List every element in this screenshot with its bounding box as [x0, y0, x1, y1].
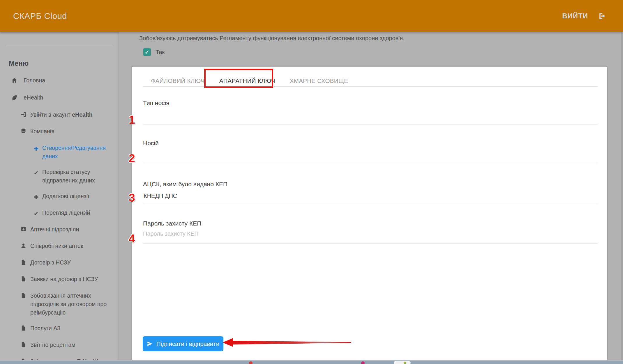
sidebar-item-label: Увійти в акаунт eHealth — [30, 111, 93, 119]
sidebar-item-label: Компанія — [30, 127, 54, 136]
sidebar-item-label: Заявки на договір з НСЗУ — [30, 275, 98, 283]
sidebar-item-additional-licenses[interactable]: ✚ Додаткові ліцензії — [0, 192, 119, 201]
acsk-select-value[interactable]: КНЕДП ДПС — [144, 193, 177, 199]
file-icon — [20, 276, 27, 284]
key-form-card: ФАЙЛОВИЙ КЛЮЧ АПАРАТНИЙ КЛЮЧ ХМАРНЕ СХОВ… — [132, 67, 607, 360]
sidebar-item-label: Аптечні підрозділи — [30, 225, 79, 234]
sidebar-item-label: Додаткові ліцензії — [42, 192, 89, 200]
sidebar-item-prescription-report[interactable]: Звіт по рецептам — [0, 341, 119, 350]
media-type-underline — [143, 124, 598, 125]
media-label: Носій — [143, 140, 159, 147]
check-icon: ✔ — [34, 169, 38, 177]
file-icon — [20, 292, 27, 301]
sidebar-item-label: Договір з НСЗУ — [30, 258, 71, 267]
sidebar: Меню Головна eHealth Увійти в акаунт eHe… — [0, 32, 119, 360]
consent-checkbox-label: Так — [156, 49, 165, 56]
file-icon — [20, 325, 27, 333]
acsk-label: АЦСК, яким було видано КЕП — [143, 181, 227, 188]
sidebar-item-prescription-report-ehealth[interactable]: Звіт по рецептам E-Health — [0, 357, 119, 360]
consent-checkbox[interactable] — [143, 48, 151, 56]
sidebar-item-label: Головна — [24, 76, 45, 85]
sign-and-send-button[interactable]: Підписати і відправити — [143, 336, 223, 351]
database-icon — [20, 128, 27, 136]
sidebar-item-reimbursement-obligations[interactable]: Зобов'язання аптечних підрозділів за дог… — [0, 292, 119, 317]
sidebar-item-label: Звіт по рецептам E-Health — [30, 357, 100, 360]
sidebar-item-create-edit-data[interactable]: ✚ Створення/Редагування даних — [0, 144, 119, 161]
consent-text: Зобов'язуюсь дотримуватись Регламенту фу… — [139, 35, 594, 42]
taskbar-edge — [0, 360, 623, 364]
media-select[interactable] — [143, 152, 598, 164]
tab-file-key[interactable]: ФАЙЛОВИЙ КЛЮЧ — [150, 77, 205, 84]
file-icon — [20, 342, 27, 350]
tab-cloud-storage[interactable]: ХМАРНЕ СХОВИЩЕ — [289, 77, 349, 84]
media-underline — [143, 163, 598, 163]
consent-checkbox-row: Так — [143, 48, 165, 56]
plus-square-icon — [20, 226, 27, 235]
sidebar-menu: Головна eHealth Увійти в акаунт eHealth … — [0, 76, 119, 360]
sidebar-item-label: Співробітники аптек — [30, 242, 83, 250]
logout-label: ВИЙТИ — [562, 12, 588, 20]
sidebar-item-nszu-contract[interactable]: Договір з НСЗУ — [0, 258, 119, 268]
taskbar-icon-chip — [394, 361, 411, 364]
sidebar-item-label: Створення/Редагування даних — [42, 144, 119, 161]
plus-icon: ✚ — [34, 145, 38, 153]
file-icon — [20, 259, 27, 268]
sidebar-item-label: Перевірка статусу відправлених даних — [42, 168, 119, 185]
sidebar-item-nszu-applications[interactable]: Заявки на договір з НСЗУ — [0, 275, 119, 284]
sign-and-send-label: Підписати і відправити — [156, 340, 219, 347]
sidebar-item-company[interactable]: Компанія — [0, 127, 119, 136]
home-icon — [11, 77, 18, 86]
acsk-underline — [143, 203, 598, 203]
logout-button[interactable]: ВИЙТИ — [562, 0, 607, 32]
sidebar-item-label: eHealth — [24, 93, 43, 102]
app-title: СКАРБ Cloud — [13, 11, 67, 21]
sidebar-item-check-status[interactable]: ✔ Перевірка статусу відправлених даних — [0, 168, 119, 185]
kep-password-underline — [143, 243, 598, 244]
sidebar-item-ehealth[interactable]: eHealth — [0, 93, 119, 103]
kep-password-label: Пароль захисту КЕП — [143, 220, 201, 227]
sidebar-item-label: Звіт по рецептам — [30, 341, 75, 349]
sidebar-item-label: Зобов'язання аптечних підрозділів за дог… — [30, 292, 113, 317]
media-type-label: Тип носія — [143, 100, 170, 106]
tabs-divider — [143, 86, 598, 87]
sidebar-item-label: Перегляд ліцензій — [42, 209, 90, 217]
sign-out-icon — [598, 12, 607, 20]
sidebar-item-label: Послуги АЗ — [30, 324, 61, 333]
sidebar-item-az-services[interactable]: Послуги АЗ — [0, 324, 119, 333]
sidebar-menu-title: Меню — [9, 59, 119, 68]
media-type-select[interactable] — [143, 113, 598, 125]
key-tabs: ФАЙЛОВИЙ КЛЮЧ АПАРАТНИЙ КЛЮЧ ХМАРНЕ СХОВ… — [150, 77, 349, 84]
leaf-icon — [11, 94, 18, 103]
tab-hardware-key[interactable]: АПАРАТНИЙ КЛЮЧ — [219, 77, 276, 84]
sign-in-icon — [20, 111, 27, 120]
kep-password-input[interactable] — [143, 228, 329, 240]
paper-plane-icon — [147, 341, 153, 347]
sidebar-item-home[interactable]: Головна — [0, 76, 119, 86]
user-icon — [20, 243, 27, 251]
sidebar-divider — [6, 45, 112, 45]
sidebar-item-pharmacy-staff[interactable]: Співробітники аптек — [0, 242, 119, 251]
taskbar-icon-red — [249, 361, 253, 364]
scrollbar[interactable] — [621, 32, 623, 360]
sidebar-item-view-licenses[interactable]: ✔ Перегляд ліцензій — [0, 209, 119, 218]
sidebar-item-pharmacy-units[interactable]: Аптечні підрозділи — [0, 225, 119, 235]
check-icon: ✔ — [34, 209, 38, 218]
app-header: СКАРБ Cloud ВИЙТИ — [0, 0, 623, 32]
plus-icon: ✚ — [34, 193, 38, 201]
taskbar-chip-dot — [404, 362, 406, 364]
screen: Ознайомлений з умовами експлуатації та у… — [0, 0, 623, 364]
taskbar-icon-pink — [361, 361, 365, 364]
sidebar-item-ehealth-login[interactable]: Увійти в акаунт eHealth — [0, 111, 119, 120]
